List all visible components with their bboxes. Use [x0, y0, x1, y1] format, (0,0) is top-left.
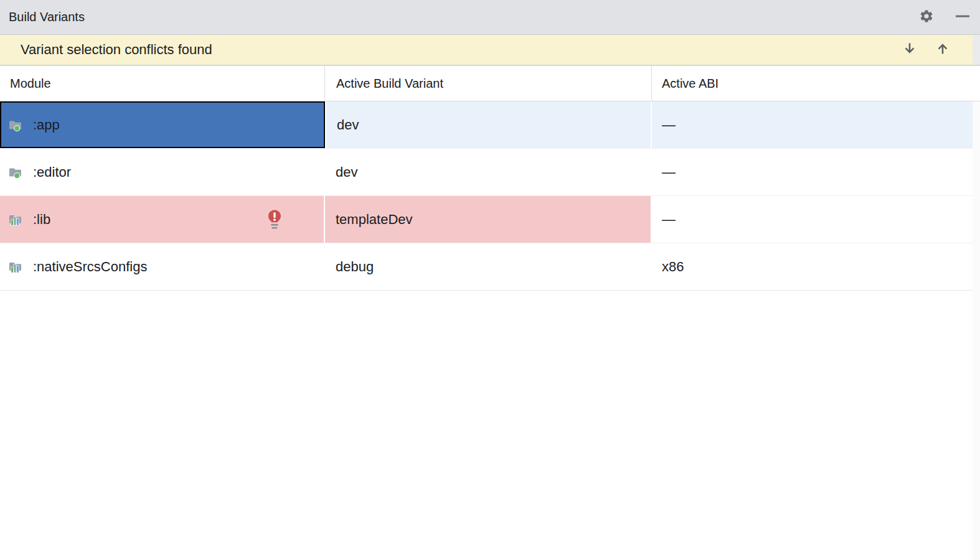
tool-window-titlebar: Build Variants — [0, 0, 980, 35]
minimize-button[interactable] — [953, 8, 972, 27]
build-variant-cell[interactable]: templateDev — [325, 196, 652, 243]
abi-cell[interactable]: — — [652, 196, 973, 243]
build-variant-cell[interactable]: dev — [325, 149, 652, 195]
module-name: :lib — [33, 212, 50, 228]
build-variant-cell[interactable]: debug — [325, 243, 652, 290]
module-cell[interactable]: :app — [0, 101, 325, 148]
table-header: Module Active Build Variant Active ABI — [0, 66, 980, 101]
table-row[interactable]: :lib templateDev — — [0, 196, 973, 243]
abi-cell[interactable]: x86 — [652, 243, 973, 290]
module-cell[interactable]: :editor — [0, 149, 325, 195]
android-module-icon — [9, 166, 22, 179]
abi-cell[interactable]: — — [652, 101, 973, 148]
module-name: :editor — [33, 164, 71, 180]
page-title: Build Variants — [9, 0, 85, 34]
scrollbar-gutter-banner — [973, 35, 980, 65]
column-header-module: Module — [0, 66, 325, 101]
module-name: :app — [33, 117, 60, 133]
conflict-banner-message: Variant selection conflicts found — [21, 35, 212, 65]
minimize-icon — [954, 8, 971, 27]
module-cell[interactable]: :nativeSrcsConfigs — [0, 243, 325, 290]
table-row[interactable]: :app dev — — [0, 101, 973, 149]
android-module-icon — [9, 118, 22, 132]
arrow-up-icon — [935, 41, 950, 58]
column-header-active-abi: Active ABI — [652, 66, 980, 101]
conflict-banner: Variant selection conflicts found — [0, 35, 973, 65]
next-conflict-button[interactable] — [900, 40, 919, 59]
column-header-active-build-variant: Active Build Variant — [325, 66, 652, 101]
abi-cell[interactable]: — — [652, 149, 973, 195]
scrollbar-gutter — [973, 101, 980, 560]
table-row[interactable]: :nativeSrcsConfigs debug x86 — [0, 243, 973, 291]
module-name: :nativeSrcsConfigs — [33, 259, 147, 275]
previous-conflict-button[interactable] — [933, 40, 952, 59]
table-row[interactable]: :editor dev — — [0, 149, 973, 196]
library-module-icon — [9, 213, 22, 226]
gear-icon — [919, 9, 934, 26]
module-cell[interactable]: :lib — [0, 196, 325, 243]
conflict-bulb-icon[interactable] — [266, 209, 283, 230]
library-module-icon — [9, 260, 22, 274]
settings-button[interactable] — [917, 8, 936, 27]
arrow-down-icon — [902, 41, 917, 58]
build-variant-cell[interactable]: dev — [325, 101, 652, 148]
